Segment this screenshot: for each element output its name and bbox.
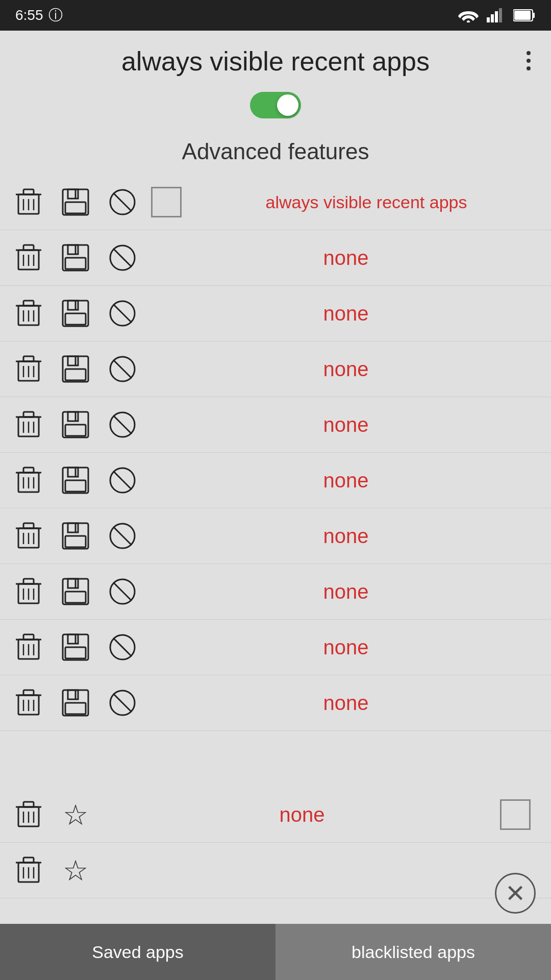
svg-line-79: [113, 471, 132, 489]
row-checkbox[interactable]: [151, 187, 182, 217]
svg-line-19: [113, 193, 132, 211]
save-button[interactable]: [57, 295, 94, 332]
svg-point-0: [467, 20, 470, 22]
svg-line-127: [113, 694, 132, 712]
block-button[interactable]: [104, 351, 141, 387]
block-button[interactable]: [104, 518, 141, 554]
svg-rect-118: [23, 690, 34, 695]
page-title: always visible recent apps: [10, 46, 541, 77]
bottom-tab-bar: Saved apps blacklisted apps: [0, 924, 551, 980]
delete-button[interactable]: [10, 239, 47, 276]
signal-icon: [487, 8, 505, 22]
svg-rect-87: [68, 523, 78, 532]
delete-button[interactable]: [10, 462, 47, 499]
svg-rect-40: [65, 313, 86, 325]
extra-row: ☆ none: [0, 787, 551, 843]
block-button[interactable]: [104, 295, 141, 332]
extra-checkbox[interactable]: [500, 799, 531, 830]
svg-rect-64: [65, 425, 86, 436]
row-label: always visible recent apps: [192, 192, 541, 212]
svg-rect-88: [65, 536, 86, 547]
tab-saved-apps[interactable]: Saved apps: [0, 924, 276, 980]
svg-line-31: [113, 249, 132, 267]
svg-rect-111: [68, 634, 78, 644]
save-button[interactable]: [57, 684, 94, 721]
svg-rect-51: [68, 356, 78, 365]
save-button[interactable]: [57, 239, 94, 276]
table-row: none: [0, 286, 551, 341]
delete-button[interactable]: [10, 629, 47, 666]
more-menu-button[interactable]: [521, 46, 536, 76]
svg-rect-136: [23, 857, 34, 863]
extra-row-2: ☆: [0, 843, 551, 898]
delete-button[interactable]: [10, 518, 47, 554]
time-display: 6:55: [15, 7, 43, 23]
dot1: [527, 51, 531, 55]
svg-rect-28: [65, 258, 86, 269]
table-row: none: [0, 564, 551, 620]
row-label: none: [151, 247, 541, 270]
delete-button[interactable]: [10, 684, 47, 721]
star-icon-2: ☆: [57, 852, 94, 889]
svg-rect-94: [23, 579, 34, 584]
delete-button[interactable]: [10, 351, 47, 387]
tab-blacklisted-apps[interactable]: blacklisted apps: [276, 924, 551, 980]
save-button[interactable]: [57, 629, 94, 666]
status-right: [458, 8, 536, 22]
save-button[interactable]: [57, 184, 94, 220]
row-label: none: [151, 692, 541, 715]
tab-blacklisted-apps-label: blacklisted apps: [352, 942, 475, 962]
block-button[interactable]: [104, 573, 141, 610]
svg-line-67: [113, 415, 132, 434]
svg-line-91: [113, 527, 132, 545]
block-button[interactable]: [104, 406, 141, 443]
svg-rect-123: [68, 690, 78, 699]
extra-row-label: none: [104, 803, 500, 826]
svg-line-43: [113, 304, 132, 323]
delete-button[interactable]: [10, 796, 47, 833]
block-button[interactable]: [104, 629, 141, 666]
block-button[interactable]: [104, 462, 141, 499]
block-button[interactable]: [104, 184, 141, 220]
delete-button[interactable]: [10, 184, 47, 220]
svg-rect-2: [491, 14, 494, 22]
svg-rect-100: [65, 592, 86, 603]
main-toggle[interactable]: [250, 92, 301, 118]
delete-button[interactable]: [10, 295, 47, 332]
block-button[interactable]: [104, 239, 141, 276]
svg-rect-58: [23, 412, 34, 417]
svg-rect-52: [65, 369, 86, 380]
dot2: [527, 59, 531, 63]
svg-rect-15: [68, 189, 78, 199]
svg-line-103: [113, 582, 132, 601]
row-label: none: [151, 302, 541, 325]
table-row: none: [0, 675, 551, 731]
svg-rect-112: [65, 647, 86, 658]
svg-rect-82: [23, 523, 34, 528]
save-button[interactable]: [57, 351, 94, 387]
svg-rect-76: [65, 480, 86, 492]
star-icon: ☆: [57, 796, 94, 833]
delete-button[interactable]: [10, 406, 47, 443]
block-button[interactable]: [104, 684, 141, 721]
save-button[interactable]: [57, 573, 94, 610]
row-label: none: [151, 413, 541, 436]
save-button[interactable]: [57, 406, 94, 443]
svg-rect-39: [68, 301, 78, 310]
save-button[interactable]: [57, 518, 94, 554]
tab-saved-apps-label: Saved apps: [92, 942, 184, 962]
table-row: always visible recent apps: [0, 175, 551, 230]
close-button[interactable]: ✕: [495, 873, 536, 914]
svg-line-115: [113, 638, 132, 656]
row-label: none: [151, 580, 541, 603]
status-left: 6:55 ⓘ: [15, 6, 63, 25]
row-label: none: [151, 358, 541, 381]
delete-button[interactable]: [10, 573, 47, 610]
delete-button[interactable]: [10, 852, 47, 889]
dot3: [527, 66, 531, 70]
battery-icon: [513, 9, 536, 22]
toggle-row: [0, 82, 551, 124]
save-button[interactable]: [57, 462, 94, 499]
svg-rect-10: [23, 189, 34, 194]
svg-rect-22: [23, 245, 34, 250]
